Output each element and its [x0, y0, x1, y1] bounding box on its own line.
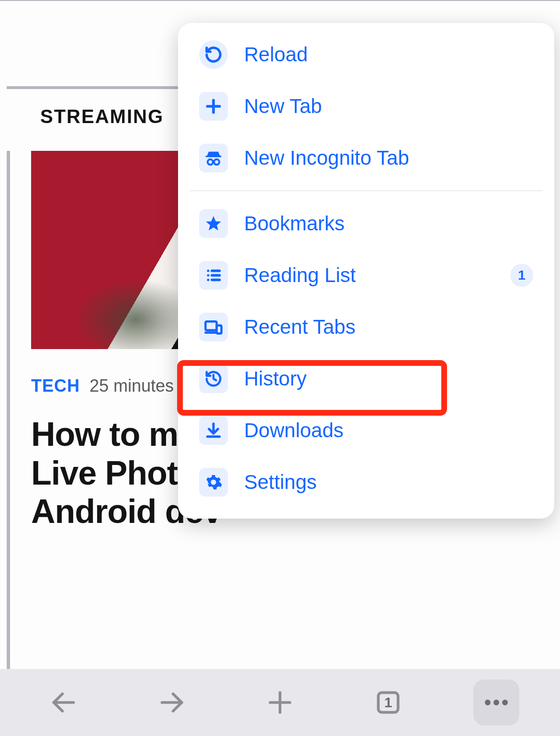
plus-icon — [199, 92, 228, 121]
reload-icon — [199, 40, 228, 69]
menu-label: New Tab — [244, 95, 322, 118]
svg-point-16 — [207, 279, 209, 281]
menu-item-history[interactable]: History — [178, 353, 554, 405]
reading-list-badge: 1 — [510, 264, 533, 287]
download-icon — [199, 416, 228, 445]
menu-item-new-tab[interactable]: New Tab — [178, 80, 554, 132]
menu-item-downloads[interactable]: Downloads — [178, 405, 554, 456]
overflow-menu: Reload New Tab New Incognito Tab Bookmar… — [178, 23, 554, 519]
more-horizontal-icon — [482, 688, 511, 717]
arrow-right-icon — [157, 688, 187, 717]
plus-icon — [265, 688, 295, 717]
arrow-left-icon — [49, 688, 78, 717]
svg-rect-22 — [217, 326, 222, 334]
menu-item-reading-list[interactable]: Reading List 1 — [178, 249, 554, 301]
overflow-menu-button[interactable] — [473, 679, 519, 725]
svg-point-12 — [214, 159, 219, 165]
svg-point-7 — [502, 700, 508, 705]
menu-item-settings[interactable]: Settings — [178, 456, 554, 508]
gear-icon — [199, 468, 228, 497]
menu-item-bookmarks[interactable]: Bookmarks — [178, 198, 554, 249]
content-divider — [7, 151, 10, 736]
svg-rect-20 — [205, 321, 216, 330]
menu-label: Downloads — [244, 419, 344, 442]
svg-point-14 — [207, 270, 209, 272]
tabs-button[interactable]: 1 — [365, 679, 411, 725]
menu-label: Bookmarks — [244, 212, 345, 235]
menu-label: Reading List — [244, 264, 356, 287]
menu-item-recent-tabs[interactable]: Recent Tabs — [178, 301, 554, 353]
svg-point-6 — [493, 700, 499, 705]
svg-point-11 — [208, 159, 213, 165]
tab-streaming[interactable]: STREAMING — [40, 106, 164, 127]
svg-marker-13 — [206, 216, 221, 230]
devices-icon — [199, 313, 228, 341]
menu-label: History — [244, 367, 307, 390]
menu-label: Recent Tabs — [244, 316, 356, 339]
menu-label: New Incognito Tab — [244, 147, 409, 170]
tab-count-label: 1 — [384, 694, 392, 711]
menu-item-reload[interactable]: Reload — [178, 29, 554, 80]
menu-divider — [190, 191, 543, 191]
menu-label: Settings — [244, 471, 317, 494]
menu-label: Reload — [244, 43, 308, 66]
history-icon — [199, 364, 228, 393]
list-icon — [199, 261, 228, 290]
svg-point-15 — [207, 274, 209, 276]
bottom-toolbar: 1 — [0, 669, 560, 736]
article-category-label[interactable]: TECH — [31, 376, 80, 396]
back-button[interactable] — [41, 679, 87, 725]
svg-point-5 — [485, 700, 491, 705]
menu-item-new-incognito-tab[interactable]: New Incognito Tab — [178, 132, 554, 184]
new-tab-button[interactable] — [257, 679, 303, 725]
star-icon — [199, 209, 228, 238]
incognito-icon — [199, 144, 228, 172]
svg-rect-10 — [205, 156, 221, 157]
forward-button[interactable] — [149, 679, 195, 725]
